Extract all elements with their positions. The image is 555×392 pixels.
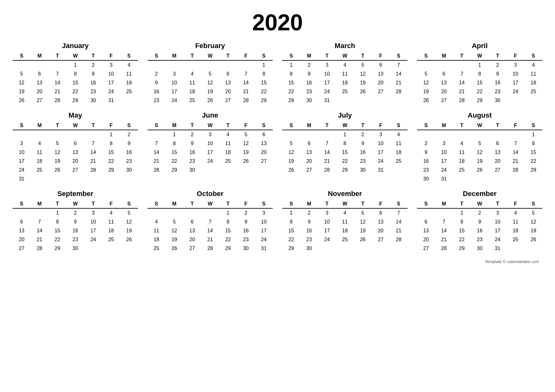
day-cell: 28 <box>390 87 408 96</box>
day-cell: 25 <box>219 157 237 166</box>
day-header: W <box>66 52 84 60</box>
month-name-october: October <box>147 190 273 198</box>
day-cell: 21 <box>435 235 453 244</box>
week-row: 15161718192021 <box>282 226 408 235</box>
day-cell: 19 <box>237 148 255 157</box>
day-cell: 13 <box>417 226 435 235</box>
month-table-september: SMTWTFS123456789101112131415161718192021… <box>13 200 138 253</box>
day-header: S <box>390 121 408 130</box>
day-cell: 11 <box>219 139 237 148</box>
day-cell <box>219 60 237 70</box>
day-header: T <box>48 121 66 130</box>
day-cell: 24 <box>489 235 507 244</box>
day-cell: 29 <box>471 96 489 105</box>
day-cell: 14 <box>31 226 49 235</box>
day-cell: 9 <box>183 139 201 148</box>
day-cell: 17 <box>318 226 336 235</box>
day-cell: 15 <box>471 78 489 87</box>
day-cell: 4 <box>453 139 471 148</box>
day-header: M <box>435 52 453 60</box>
month-block-june: JuneSMTWTFS12345678910111213141516171819… <box>147 111 273 183</box>
day-cell <box>31 60 49 70</box>
day-cell: 26 <box>354 87 372 96</box>
day-cell: 10 <box>165 78 184 87</box>
day-cell: 17 <box>372 148 390 157</box>
day-header: W <box>471 200 489 208</box>
day-cell: 11 <box>102 217 120 226</box>
week-row: 23242526272829 <box>147 96 273 105</box>
week-row: 2728293031 <box>417 244 542 253</box>
day-cell: 13 <box>13 226 31 235</box>
day-cell: 19 <box>524 226 542 235</box>
day-cell: 25 <box>102 235 120 244</box>
day-header: T <box>453 52 471 60</box>
day-cell: 17 <box>435 157 453 166</box>
week-row: 12345 <box>13 208 138 217</box>
day-cell: 1 <box>282 208 300 217</box>
day-header: M <box>435 121 453 130</box>
day-cell: 7 <box>318 139 336 148</box>
month-block-february: FebruarySMTWTFS1234567891011121314151617… <box>147 42 273 105</box>
day-cell: 5 <box>120 208 138 217</box>
day-cell: 19 <box>165 235 184 244</box>
day-header: T <box>48 52 66 60</box>
week-row: 6789101112 <box>417 217 542 226</box>
month-table-november: SMTWTFS123456789101112131415161718192021… <box>282 200 408 253</box>
day-cell: 30 <box>489 96 507 105</box>
day-cell: 21 <box>48 87 66 96</box>
day-cell: 2 <box>183 130 201 139</box>
day-cell: 20 <box>255 148 273 157</box>
day-cell: 16 <box>237 226 255 235</box>
month-block-october: OctoberSMTWTFS12345678910111213141516171… <box>147 190 273 253</box>
week-row: 21222324252627 <box>147 157 273 166</box>
day-cell: 22 <box>255 87 273 96</box>
day-cell: 30 <box>417 175 435 183</box>
day-cell: 3 <box>318 208 336 217</box>
day-cell: 7 <box>237 70 255 78</box>
day-cell: 8 <box>471 70 489 78</box>
day-header: M <box>31 52 49 60</box>
day-cell <box>31 208 49 217</box>
day-cell: 18 <box>336 78 354 87</box>
day-header: S <box>417 52 435 60</box>
day-cell: 9 <box>489 70 507 78</box>
day-cell: 19 <box>201 87 219 96</box>
day-cell: 14 <box>201 226 219 235</box>
day-cell: 9 <box>354 139 372 148</box>
week-row: 10111213141516 <box>13 148 138 157</box>
day-cell <box>48 175 66 183</box>
month-table-march: SMTWTFS123456789101112131415161718192021… <box>282 52 408 105</box>
day-header: S <box>255 52 273 60</box>
day-cell: 25 <box>453 166 471 175</box>
day-cell: 30 <box>84 96 102 105</box>
month-name-april: April <box>417 42 542 50</box>
day-header: F <box>507 121 525 130</box>
week-row: 1 <box>417 130 542 139</box>
day-cell: 16 <box>147 87 165 96</box>
day-cell: 10 <box>201 139 219 148</box>
day-cell: 3 <box>507 60 525 70</box>
day-cell: 12 <box>48 148 66 157</box>
day-cell: 28 <box>453 96 471 105</box>
day-cell: 23 <box>471 235 489 244</box>
day-cell: 24 <box>102 87 120 96</box>
day-cell: 19 <box>471 157 489 166</box>
day-cell <box>201 166 219 175</box>
day-header: T <box>318 121 336 130</box>
day-cell: 8 <box>219 217 237 226</box>
day-header: W <box>201 121 219 130</box>
day-cell: 24 <box>255 235 273 244</box>
day-cell: 6 <box>219 70 237 78</box>
day-cell: 4 <box>507 208 525 217</box>
week-row: 567891011 <box>417 70 542 78</box>
day-cell: 25 <box>31 166 49 175</box>
week-row: 31 <box>13 175 138 183</box>
day-cell: 14 <box>390 217 408 226</box>
day-cell: 28 <box>201 244 219 253</box>
day-header: W <box>201 200 219 208</box>
week-row: 891011121314 <box>282 217 408 226</box>
day-header: T <box>354 121 372 130</box>
day-cell: 13 <box>183 226 201 235</box>
day-cell: 15 <box>336 148 354 157</box>
day-cell <box>31 130 49 139</box>
